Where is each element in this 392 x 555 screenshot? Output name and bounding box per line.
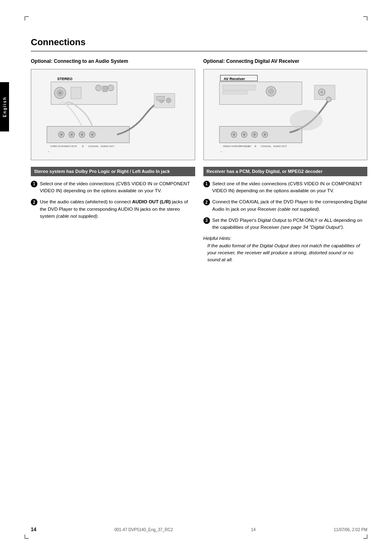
right-step-3: 3 Set the DVD Player's Digital Output to…	[203, 217, 368, 231]
page-number: 14	[31, 527, 36, 532]
svg-point-13	[70, 133, 73, 136]
svg-text:COAXIAL: COAXIAL	[88, 145, 99, 147]
left-info-header: Stereo system has Dolby Pro Logic or Rig…	[31, 167, 195, 176]
left-steps-list: 1 Select one of the video connections (C…	[31, 180, 195, 220]
svg-text:AUDIO OUT: AUDIO OUT	[273, 145, 287, 147]
av-diagram: AV Receiver	[207, 73, 364, 155]
main-content: Connections Optional: Connecting to an A…	[31, 21, 367, 534]
hint-title: Helpful Hints:	[203, 235, 368, 242]
svg-point-57	[289, 110, 322, 130]
page-title: Connections	[31, 37, 367, 48]
svg-text:VIDEO OUT: VIDEO OUT	[62, 145, 76, 147]
svg-rect-8	[103, 86, 108, 92]
svg-text:AV Receiver: AV Receiver	[224, 77, 245, 81]
hint-dash-text: If the audio format of the Digital Outpu…	[208, 242, 368, 264]
svg-point-17	[91, 133, 94, 136]
corner-br	[363, 534, 367, 539]
svg-text:~: ~	[48, 150, 49, 153]
step-num-1: 1	[31, 181, 37, 187]
svg-rect-5	[71, 87, 81, 99]
svg-text:AUDIO OUT: AUDIO OUT	[101, 145, 115, 147]
step-num-2: 2	[31, 199, 37, 205]
left-section-header: Optional: Connecting to an Audio System	[31, 58, 195, 65]
svg-point-36	[268, 89, 273, 94]
svg-point-15	[81, 133, 83, 136]
svg-text:VIDEO OUT: VIDEO OUT	[223, 145, 236, 147]
left-step-2: 2 Use the audio cables (white/red) to co…	[31, 198, 195, 220]
right-step-2: 2 Connect the COAXIAL jack of the DVD Pl…	[203, 198, 368, 213]
svg-point-39	[321, 91, 323, 93]
right-info-header: Receiver has a PCM, Dolby Digital, or MP…	[203, 167, 368, 176]
right-step-2-text: Connect the COAXIAL jack of the DVD Play…	[212, 198, 368, 213]
helpful-hints: Helpful Hints: If the audio format of th…	[203, 235, 368, 263]
footer-left-text: 001-47 DVP5140_Eng_37_RC2	[115, 527, 173, 532]
hint-text: If the audio format of the Digital Outpu…	[208, 243, 360, 263]
svg-point-42	[233, 133, 235, 136]
two-column-layout: Optional: Connecting to an Audio System …	[31, 58, 367, 263]
right-step-1-text: Select one of the video connections (CVB…	[212, 180, 368, 195]
right-section-header: Optional: Connecting Digital AV Receiver	[203, 58, 368, 65]
svg-text:R: R	[254, 145, 256, 147]
sidebar-label: English	[2, 97, 7, 117]
right-diagram-box: AV Receiver	[203, 69, 368, 160]
svg-point-44	[243, 133, 245, 136]
italic-cable: (cable not supplied)	[56, 214, 97, 219]
sidebar-tab: English	[0, 82, 9, 131]
svg-rect-29	[156, 96, 164, 100]
svg-rect-33	[223, 85, 256, 90]
svg-point-7	[108, 85, 114, 91]
right-column: Optional: Connecting Digital AV Receiver…	[203, 58, 368, 263]
svg-point-4	[59, 92, 61, 94]
svg-text:CVBS OUT: CVBS OUT	[50, 145, 63, 147]
left-step-1-text: Select one of the video connections (CVB…	[40, 180, 195, 195]
svg-rect-26	[154, 93, 175, 108]
right-step-3-text: Set the DVD Player's Digital Output to P…	[212, 217, 368, 231]
right-step-num-1: 1	[203, 181, 210, 187]
svg-text:COAXIAL: COAXIAL	[261, 145, 272, 147]
corner-bl	[25, 534, 29, 539]
svg-text:L: L	[76, 145, 77, 147]
left-step-1: 1 Select one of the video connections (C…	[31, 180, 195, 195]
svg-point-6	[96, 85, 101, 91]
footer-center-num: 14	[251, 527, 256, 532]
right-steps-list: 1 Select one of the video connections (C…	[203, 180, 368, 231]
bold-audio-out: AUDIO OUT (L/R)	[132, 199, 171, 204]
svg-rect-34	[223, 91, 247, 94]
svg-point-46	[253, 133, 256, 136]
italic-see-page: (see page 34 "Digital Output")	[281, 225, 343, 230]
right-step-num-2: 2	[203, 199, 210, 205]
left-diagram-box: STEREO	[31, 69, 195, 160]
right-step-num-3: 3	[203, 217, 210, 224]
svg-point-28	[166, 98, 171, 103]
left-step-2-text: Use the audio cables (white/red) to conn…	[40, 198, 195, 220]
svg-point-48	[263, 133, 266, 136]
title-rule	[31, 51, 367, 51]
page-footer: 14 001-47 DVP5140_Eng_37_RC2 14 11/07/06…	[31, 527, 367, 532]
svg-text:STEREO: STEREO	[57, 77, 72, 81]
left-column: Optional: Connecting to an Audio System …	[31, 58, 195, 263]
svg-point-11	[60, 133, 62, 136]
svg-point-56	[326, 97, 331, 102]
corner-tr	[363, 16, 367, 21]
corner-tl	[25, 16, 29, 21]
stereo-diagram: STEREO	[35, 73, 191, 155]
italic-cable-2: (cable not supplied)	[278, 207, 319, 212]
svg-text:R: R	[82, 145, 84, 147]
right-step-1: 1 Select one of the video connections (C…	[203, 180, 368, 195]
footer-right-text: 11/07/06, 2:02 PM	[334, 527, 367, 532]
svg-text:~: ~	[220, 150, 222, 153]
